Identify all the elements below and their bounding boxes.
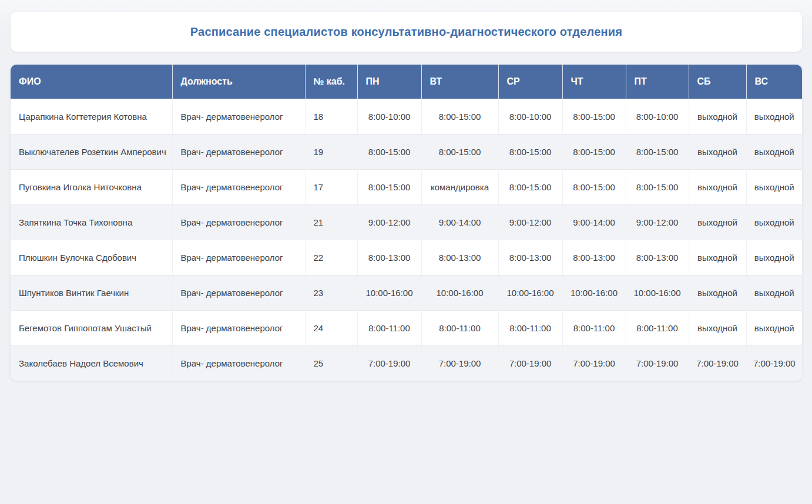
room-cell: 22 [305,240,357,275]
wed-cell: 9:00-12:00 [498,204,562,240]
fri-cell: 8:00-15:00 [626,169,689,204]
tue-cell: 9:00-14:00 [421,204,498,240]
mon-cell: 7:00-19:00 [357,345,421,381]
wed-cell: 8:00-15:00 [498,169,562,204]
position-cell: Врач- дерматовенеролог [172,169,305,204]
tue-cell: 7:00-19:00 [421,345,498,381]
title-card: Расписание специалистов консультативно-д… [11,12,802,52]
thu-cell: 9:00-14:00 [562,204,626,240]
column-header-position: Должность [172,65,305,99]
column-header-monday: ПН [357,65,421,99]
tue-cell: 8:00-15:00 [421,99,498,134]
room-cell: 18 [305,99,357,134]
mon-cell: 9:00-12:00 [357,204,421,240]
room-cell: 24 [305,310,357,345]
column-header-fio: ФИО [11,65,172,99]
table-body: Царапкина Когтетерия КотовнаВрач- дермат… [11,99,802,381]
table-row: Запяткина Точка ТихоновнаВрач- дерматове… [11,204,802,240]
sun-cell: выходной [746,169,802,204]
fio-cell: Плюшкин Булочка Сдобович [11,240,172,275]
thu-cell: 8:00-11:00 [562,310,626,345]
wed-cell: 10:00-16:00 [498,275,562,310]
column-header-saturday: СБ [689,65,746,99]
table-row: Бегемотов Гиппопотам УшастыйВрач- дермат… [11,310,802,345]
fri-cell: 8:00-13:00 [626,240,689,275]
mon-cell: 8:00-15:00 [357,169,421,204]
fri-cell: 8:00-11:00 [626,310,689,345]
position-cell: Врач- дерматовенеролог [172,240,305,275]
fri-cell: 8:00-15:00 [626,134,689,169]
table-header: ФИО Должность № каб. ПН ВТ СР ЧТ ПТ СБ В… [11,65,802,99]
mon-cell: 10:00-16:00 [357,275,421,310]
column-header-tuesday: ВТ [421,65,498,99]
fio-cell: Выключателев Розеткин Амперович [11,134,172,169]
mon-cell: 8:00-11:00 [357,310,421,345]
tue-cell: командировка [421,169,498,204]
sun-cell: выходной [746,240,802,275]
fio-cell: Заколебаев Надоел Всемович [11,345,172,381]
position-cell: Врач- дерматовенеролог [172,134,305,169]
tue-cell: 8:00-15:00 [421,134,498,169]
mon-cell: 8:00-13:00 [357,240,421,275]
page-title: Расписание специалистов консультативно-д… [190,25,622,39]
thu-cell: 10:00-16:00 [562,275,626,310]
sat-cell: выходной [689,134,746,169]
sat-cell: выходной [689,310,746,345]
sun-cell: выходной [746,310,802,345]
wed-cell: 7:00-19:00 [498,345,562,381]
schedule-table: ФИО Должность № каб. ПН ВТ СР ЧТ ПТ СБ В… [11,65,802,381]
position-cell: Врач- дерматовенеролог [172,99,305,134]
column-header-room: № каб. [305,65,357,99]
column-header-sunday: ВС [746,65,802,99]
sat-cell: выходной [689,240,746,275]
sat-cell: выходной [689,275,746,310]
page-background: Расписание специалистов консультативно-д… [0,0,812,381]
sun-cell: выходной [746,134,802,169]
thu-cell: 8:00-15:00 [562,99,626,134]
room-cell: 19 [305,134,357,169]
room-cell: 21 [305,204,357,240]
position-cell: Врач- дерматовенеролог [172,310,305,345]
position-cell: Врач- дерматовенеролог [172,204,305,240]
table-row: Плюшкин Булочка СдобовичВрач- дерматовен… [11,240,802,275]
column-header-wednesday: СР [498,65,562,99]
thu-cell: 8:00-15:00 [562,134,626,169]
table-row: Царапкина Когтетерия КотовнаВрач- дермат… [11,99,802,134]
table-row: Выключателев Розеткин АмперовичВрач- дер… [11,134,802,169]
sat-cell: 7:00-19:00 [689,345,746,381]
wed-cell: 8:00-11:00 [498,310,562,345]
room-cell: 25 [305,345,357,381]
wed-cell: 8:00-13:00 [498,240,562,275]
mon-cell: 8:00-15:00 [357,134,421,169]
table-header-row: ФИО Должность № каб. ПН ВТ СР ЧТ ПТ СБ В… [11,65,802,99]
column-header-friday: ПТ [626,65,689,99]
room-cell: 23 [305,275,357,310]
sun-cell: 7:00-19:00 [746,345,802,381]
wed-cell: 8:00-15:00 [498,134,562,169]
fio-cell: Шпунтиков Винтик Гаечкин [11,275,172,310]
fri-cell: 9:00-12:00 [626,204,689,240]
tue-cell: 8:00-13:00 [421,240,498,275]
mon-cell: 8:00-10:00 [357,99,421,134]
sun-cell: выходной [746,275,802,310]
fri-cell: 7:00-19:00 [626,345,689,381]
fri-cell: 8:00-10:00 [626,99,689,134]
fio-cell: Царапкина Когтетерия Котовна [11,99,172,134]
table-row: Пуговкина Иголка НиточковнаВрач- дермато… [11,169,802,204]
sat-cell: выходной [689,204,746,240]
sun-cell: выходной [746,99,802,134]
wed-cell: 8:00-10:00 [498,99,562,134]
sat-cell: выходной [689,169,746,204]
thu-cell: 7:00-19:00 [562,345,626,381]
table-row: Заколебаев Надоел ВсемовичВрач- дерматов… [11,345,802,381]
tue-cell: 8:00-11:00 [421,310,498,345]
fio-cell: Бегемотов Гиппопотам Ушастый [11,310,172,345]
fio-cell: Запяткина Точка Тихоновна [11,204,172,240]
position-cell: Врач- дерматовенеролог [172,275,305,310]
tue-cell: 10:00-16:00 [421,275,498,310]
thu-cell: 8:00-15:00 [562,169,626,204]
fri-cell: 10:00-16:00 [626,275,689,310]
schedule-table-card: ФИО Должность № каб. ПН ВТ СР ЧТ ПТ СБ В… [11,65,802,381]
column-header-thursday: ЧТ [562,65,626,99]
fio-cell: Пуговкина Иголка Ниточковна [11,169,172,204]
